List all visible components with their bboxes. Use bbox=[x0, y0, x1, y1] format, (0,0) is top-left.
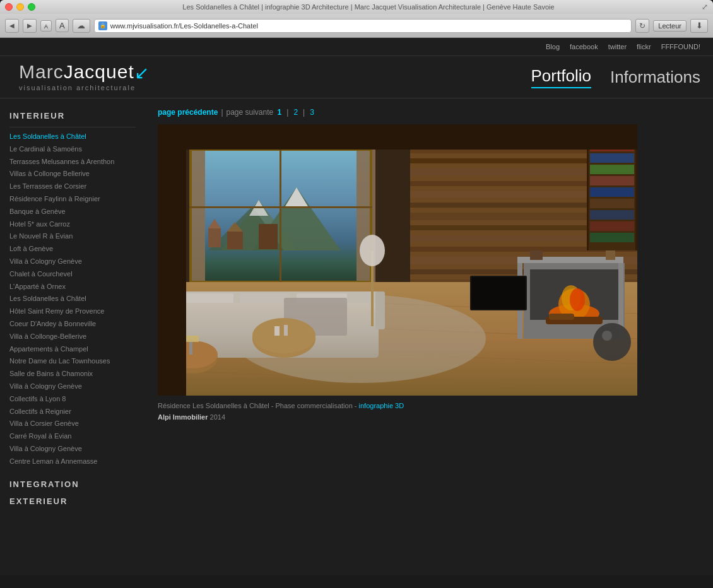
sidebar-item-coeur-andey[interactable]: Coeur D'Andey à Bonneville bbox=[9, 318, 136, 331]
back-button[interactable]: ◀ bbox=[5, 19, 19, 33]
site-wrapper: Blog facebook twitter flickr FFFFOUND! M… bbox=[0, 38, 713, 575]
refresh-button[interactable]: ↻ bbox=[635, 19, 649, 33]
nav-twitter[interactable]: twitter bbox=[608, 43, 627, 50]
sidebar-item-villa-cologny-1[interactable]: Villa à Cologny Genève bbox=[9, 256, 136, 268]
sidebar-item-banque-geneve[interactable]: Banque à Genève bbox=[9, 206, 136, 218]
sidebar-item-chalet-courchevel[interactable]: Chalet à Courchevel bbox=[9, 268, 136, 281]
sidebar-item-villa-collonge-bellerive[interactable]: Villa à Collonge-Bellerive bbox=[9, 331, 136, 343]
page-2-link[interactable]: 2 bbox=[293, 108, 298, 117]
download-button[interactable]: ⬇ bbox=[690, 19, 708, 33]
forward-button[interactable]: ▶ bbox=[23, 19, 37, 33]
sidebar-item-centre-leman[interactable]: Centre Leman à Annemasse bbox=[9, 456, 136, 468]
sidebar-item-terrasses-melusannes[interactable]: Terrasses Melusannes à Arenthon bbox=[9, 156, 136, 168]
cloud-button[interactable]: ☁ bbox=[73, 19, 90, 33]
sidebar-item-villa-cologny-3[interactable]: Villa à Cologny Genève bbox=[9, 443, 136, 456]
secure-icon: 🔒 bbox=[98, 21, 107, 30]
sidebar-item-apparte-ornex[interactable]: L'Apparté à Ornex bbox=[9, 281, 136, 293]
sidebar-item-villa-corsier[interactable]: Villa à Corsier Genève bbox=[9, 418, 136, 430]
nav-portfolio[interactable]: Portfolio bbox=[531, 66, 591, 88]
minimize-button[interactable] bbox=[16, 3, 24, 11]
window-chrome: Les Soldanelles à Châtel | infographie 3… bbox=[0, 0, 713, 14]
browser-toolbar: ◀ ▶ A A ☁ 🔒 www.mjvisualisation.fr/Les-S… bbox=[0, 14, 713, 38]
sidebar-item-collectifs-reignier[interactable]: Collectifs à Reignier bbox=[9, 406, 136, 418]
page-1-link[interactable]: 1 bbox=[278, 108, 282, 117]
sidebar-item-loft-geneve[interactable]: Loft à Genève bbox=[9, 243, 136, 256]
sidebar-item-nouvel-r-evian[interactable]: Le Nouvel R à Evian bbox=[9, 230, 136, 243]
main-nav: Portfolio Informations bbox=[531, 66, 700, 88]
image-caption: Résidence Les Soldanelles à Châtel - Pha… bbox=[158, 401, 637, 423]
sidebar-item-notre-dame-lac[interactable]: Notre Dame du Lac Townhouses bbox=[9, 355, 136, 368]
nav-ffffound[interactable]: FFFFOUND! bbox=[661, 43, 700, 50]
logo-tagline: visualisation architecturale bbox=[19, 84, 150, 91]
caption-text: Résidence Les Soldanelles à Châtel - Pha… bbox=[158, 402, 359, 409]
logo[interactable]: MarcJacquet↙ bbox=[19, 62, 150, 82]
svg-rect-93 bbox=[158, 124, 637, 396]
sidebar-item-hotel-carroz[interactable]: Hotel 5* aux Carroz bbox=[9, 218, 136, 231]
pagination-space bbox=[273, 108, 275, 117]
sidebar-item-residence-faylinn[interactable]: Résidence Faylinn à Reignier bbox=[9, 193, 136, 206]
resize-icon: ⤢ bbox=[702, 3, 708, 11]
nav-informations[interactable]: Informations bbox=[610, 68, 700, 87]
sidebar-item-collectifs-lyon[interactable]: Collectifs à Lyon 8 bbox=[9, 393, 136, 406]
logo-marc: Marc bbox=[19, 61, 64, 82]
page-sep-1: | bbox=[286, 108, 288, 117]
caption-client: Alpi Immobilier bbox=[158, 413, 208, 421]
address-bar[interactable]: 🔒 www.mjvisualisation.fr/Les-Soldanelles… bbox=[94, 19, 632, 33]
site-header: MarcJacquet↙ visualisation architectural… bbox=[0, 56, 713, 98]
caption-highlight: infographie 3D bbox=[359, 402, 404, 409]
window-title: Les Soldanelles à Châtel | infographie 3… bbox=[182, 3, 554, 11]
main-content: page précédente | page suivante 1 | 2 | … bbox=[145, 98, 713, 560]
sidebar-item-carre-royal-evian[interactable]: Carré Royal à Evian bbox=[9, 430, 136, 443]
maximize-button[interactable] bbox=[28, 3, 35, 11]
sidebar-item-soldanelles-chatel-1[interactable]: Les Soldanelles à Châtel bbox=[9, 131, 136, 143]
pagination: page précédente | page suivante 1 | 2 | … bbox=[158, 108, 700, 117]
main-image bbox=[158, 124, 637, 396]
sidebar-category-exterieur: EXTERIEUR bbox=[9, 497, 136, 506]
page-3-link[interactable]: 3 bbox=[310, 108, 314, 117]
sidebar-item-salle-bains-chamonix[interactable]: Salle de Bains à Chamonix bbox=[9, 368, 136, 380]
reader-button[interactable]: Lecteur bbox=[653, 20, 686, 32]
logo-jacquet: Jacquet bbox=[64, 61, 134, 82]
next-page-link[interactable]: page suivante bbox=[227, 108, 274, 117]
sidebar: INTERIEUR Les Soldanelles à Châtel Le Ca… bbox=[0, 98, 145, 560]
pagination-separator: | bbox=[221, 108, 223, 117]
sidebar-item-villas-collonge[interactable]: Villas à Collonge Bellerive bbox=[9, 168, 136, 180]
logo-arrow: ↙ bbox=[134, 63, 150, 83]
nav-blog[interactable]: Blog bbox=[546, 43, 560, 50]
render-svg bbox=[158, 124, 637, 396]
close-button[interactable] bbox=[5, 3, 13, 11]
sidebar-item-villa-cologny-2[interactable]: Villa à Cologny Genève bbox=[9, 380, 136, 393]
sidebar-item-cardinal-samoens[interactable]: Le Cardinal à Samoëns bbox=[9, 143, 136, 156]
font-large-button[interactable]: A bbox=[56, 19, 69, 32]
sidebar-item-soldanelles-chatel-2[interactable]: Les Soldanelles à Châtel bbox=[9, 293, 136, 305]
sidebar-item-hotel-saint-remy[interactable]: Hôtel Saint Remy de Provence bbox=[9, 305, 136, 318]
sidebar-category-interieur: INTERIEUR bbox=[9, 111, 136, 121]
nav-facebook[interactable]: facebook bbox=[570, 43, 598, 50]
divider-interieur bbox=[9, 127, 136, 127]
sidebar-item-appartements-champel[interactable]: Appartements à Champel bbox=[9, 343, 136, 356]
logo-area: MarcJacquet↙ visualisation architectural… bbox=[19, 62, 150, 91]
url-text: www.mjvisualisation.fr/Les-Soldanelles-a… bbox=[110, 22, 258, 30]
caption-year: 2014 bbox=[210, 413, 225, 421]
content-area: INTERIEUR Les Soldanelles à Châtel Le Ca… bbox=[0, 98, 713, 560]
font-small-button[interactable]: A bbox=[40, 20, 52, 32]
sidebar-category-integration: INTEGRATION bbox=[9, 479, 136, 489]
main-image-container: Résidence Les Soldanelles à Châtel - Pha… bbox=[158, 124, 637, 423]
nav-flickr[interactable]: flickr bbox=[637, 43, 651, 50]
page-sep-2: | bbox=[303, 108, 305, 117]
prev-page-link[interactable]: page précédente bbox=[158, 108, 218, 117]
top-nav: Blog facebook twitter flickr FFFFOUND! bbox=[0, 38, 713, 56]
sidebar-item-terrasses-corsier[interactable]: Les Terrasses de Corsier bbox=[9, 180, 136, 193]
